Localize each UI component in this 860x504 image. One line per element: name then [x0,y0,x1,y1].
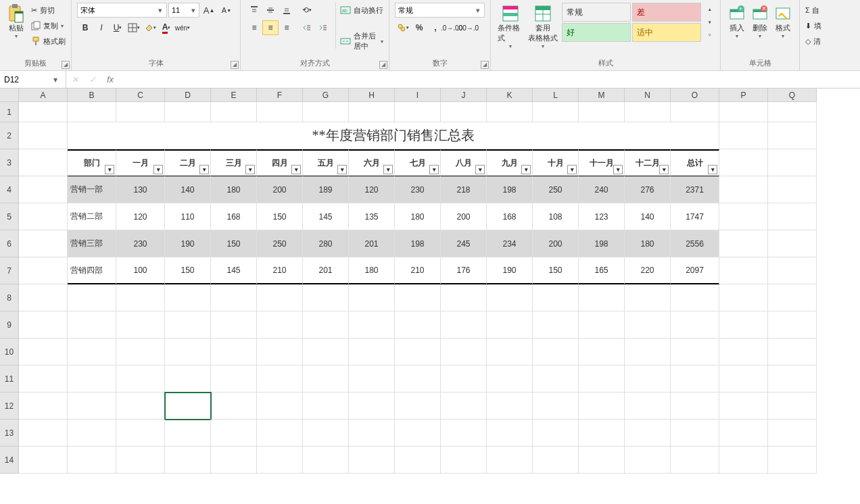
cell-I1[interactable] [395,102,441,122]
cell-N9[interactable] [625,311,671,338]
cell-I6[interactable]: 198 [395,230,441,257]
cell-F6[interactable]: 250 [257,230,303,257]
cell-P10[interactable] [719,338,768,366]
cell-Q13[interactable] [768,420,817,447]
cell-I11[interactable] [395,366,441,393]
cell-O5[interactable]: 1747 [671,203,719,230]
cell-Q14[interactable] [768,447,817,474]
cell-I13[interactable] [395,420,441,447]
cell-N11[interactable] [625,366,671,393]
cell-N4[interactable]: 276 [625,176,671,203]
col-header-I[interactable]: I [395,89,441,102]
col-header-B[interactable]: B [68,89,116,102]
wrap-text-button[interactable]: ab 自动换行 [340,3,383,18]
cell-H13[interactable] [349,420,395,447]
cell-Q8[interactable] [768,284,817,311]
cell-G7[interactable]: 201 [303,257,349,284]
filter-5[interactable]: ▾ [337,165,347,174]
enter-fx-button[interactable]: ✓ [84,75,101,84]
filter-10[interactable]: ▾ [567,165,577,174]
cell-K5[interactable]: 168 [487,203,533,230]
cell-C4[interactable]: 130 [116,176,165,203]
row-header-1[interactable]: 1 [0,102,19,122]
cell-M10[interactable] [579,338,625,366]
cell-F13[interactable] [257,420,303,447]
filter-12[interactable]: ▾ [659,165,669,174]
cell-K7[interactable]: 190 [487,257,533,284]
cell-P1[interactable] [719,102,768,122]
select-all-corner[interactable] [0,89,19,102]
cell-C13[interactable] [116,420,165,447]
cell-F3[interactable]: 四月▾ [257,149,303,176]
painter-button[interactable]: 格式刷 [31,34,66,49]
cell-B12[interactable] [68,393,116,420]
row-header-2[interactable]: 2 [0,122,19,149]
align-bottom-button[interactable] [279,3,295,18]
cell-M4[interactable]: 240 [579,176,625,203]
cell-I7[interactable]: 210 [395,257,441,284]
cell-K9[interactable] [487,311,533,338]
col-header-C[interactable]: C [116,89,165,102]
row-header-3[interactable]: 3 [0,149,19,176]
cell-O3[interactable]: 总计▾ [671,149,719,176]
cell-F10[interactable] [257,338,303,366]
insert-cells-button[interactable]: + 插入▾ [726,3,748,41]
cell-E8[interactable] [211,284,257,311]
delete-cells-button[interactable]: × 删除▾ [749,3,771,41]
filter-9[interactable]: ▾ [521,165,531,174]
align-top-button[interactable] [246,3,262,18]
cell-D6[interactable]: 190 [165,230,211,257]
filter-4[interactable]: ▾ [291,165,301,174]
increase-indent-button[interactable] [315,20,331,35]
styles-down[interactable]: ▾ [705,18,715,27]
cell-E1[interactable] [211,102,257,122]
col-header-K[interactable]: K [487,89,533,102]
cell-P6[interactable] [719,230,768,257]
cell-P8[interactable] [719,284,768,311]
autosum-button[interactable]: Σ 自 [805,3,821,18]
cell-D3[interactable]: 二月▾ [165,149,211,176]
col-header-J[interactable]: J [441,89,487,102]
cell-G13[interactable] [303,420,349,447]
cell-H12[interactable] [349,393,395,420]
cell-I12[interactable] [395,393,441,420]
cell-L12[interactable] [533,393,579,420]
cell-Q9[interactable] [768,311,817,338]
cell-D9[interactable] [165,311,211,338]
cell-A2[interactable] [19,122,68,149]
cell-B2[interactable]: **年度营销部门销售汇总表 [68,122,719,149]
cell-O12[interactable] [671,393,719,420]
cell-K12[interactable] [487,393,533,420]
col-header-A[interactable]: A [19,89,68,102]
cell-D14[interactable] [165,447,211,474]
style-normal[interactable]: 常规 [562,3,631,22]
font-name-combo[interactable]: ▾ [77,3,167,18]
cell-P9[interactable] [719,311,768,338]
cell-grid[interactable]: **年度营销部门销售汇总表部门▾一月▾二月▾三月▾四月▾五月▾六月▾七月▾八月▾… [19,102,860,504]
row-header-13[interactable]: 13 [0,420,19,447]
cell-B8[interactable] [68,284,116,311]
filter-7[interactable]: ▾ [429,165,439,174]
cell-I9[interactable] [395,311,441,338]
cell-N1[interactable] [625,102,671,122]
col-header-P[interactable]: P [719,89,768,102]
cell-I8[interactable] [395,284,441,311]
cell-D4[interactable]: 140 [165,176,211,203]
name-box-dropdown[interactable]: ▾ [51,75,59,84]
cell-L8[interactable] [533,284,579,311]
formula-input[interactable] [119,71,860,88]
align-middle-button[interactable] [262,3,279,18]
cell-P3[interactable] [719,149,768,176]
row-header-12[interactable]: 12 [0,393,19,420]
col-header-E[interactable]: E [211,89,257,102]
cell-O11[interactable] [671,366,719,393]
increase-font-button[interactable]: A▲ [201,3,217,18]
cell-A11[interactable] [19,366,68,393]
cell-J9[interactable] [441,311,487,338]
decrease-indent-button[interactable] [299,20,315,35]
col-header-N[interactable]: N [625,89,671,102]
cell-G8[interactable] [303,284,349,311]
filter-3[interactable]: ▾ [245,165,255,174]
cell-B11[interactable] [68,366,116,393]
row-header-4[interactable]: 4 [0,176,19,203]
